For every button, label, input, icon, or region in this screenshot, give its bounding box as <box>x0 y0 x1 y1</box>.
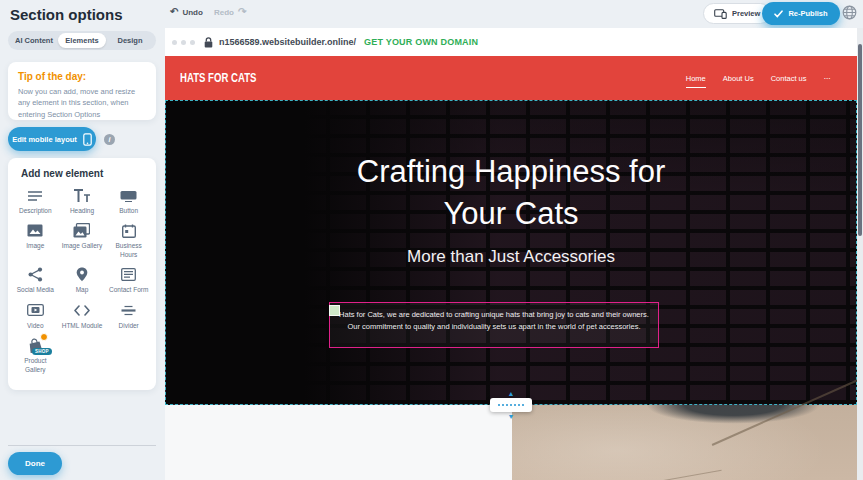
check-icon <box>774 10 783 18</box>
devices-icon <box>714 9 727 19</box>
next-section-image <box>512 405 863 480</box>
arrow-up-icon: ▲ <box>508 390 515 397</box>
arrow-down-icon: ▼ <box>508 413 515 420</box>
tab-design[interactable]: Design <box>106 33 154 48</box>
panel-tabs: AI Content Elements Design <box>8 31 156 50</box>
nav-more-icon[interactable]: ⋯ <box>824 74 832 83</box>
hero-body-textbox-selected[interactable]: Hats for Cats, we are dedicated to craft… <box>329 302 659 348</box>
site-nav: Home About Us Contact us ⋯ <box>686 56 831 100</box>
hero-subheading[interactable]: More than Just Accessories <box>311 247 711 267</box>
heading-icon <box>73 187 91 204</box>
description-icon <box>27 187 43 204</box>
floor-crack-line <box>662 470 721 480</box>
lock-icon <box>204 37 213 48</box>
element-business-hours[interactable]: Business Hours <box>105 222 152 259</box>
sidebar-divider <box>8 445 156 446</box>
image-gallery-icon <box>73 222 90 239</box>
element-video[interactable]: Video <box>12 302 59 330</box>
element-divider[interactable]: Divider <box>105 302 152 330</box>
contact-form-icon <box>121 266 136 283</box>
section-options-panel: AI Content Elements Design Tip of the da… <box>0 28 165 480</box>
element-social-media[interactable]: Social Media <box>12 266 59 294</box>
element-map[interactable]: Map <box>59 266 106 294</box>
preview-scrollbar[interactable] <box>857 28 863 480</box>
browser-chrome-bar: n1566589.websitebuilder.online/ GET YOUR… <box>165 28 863 56</box>
site-preview-area: n1566589.websitebuilder.online/ GET YOUR… <box>165 28 863 480</box>
drag-grip <box>498 404 524 406</box>
tab-elements[interactable]: Elements <box>58 33 106 48</box>
tip-title: Tip of the day: <box>18 71 146 82</box>
product-gallery-icon: SHOP <box>28 337 43 354</box>
element-contact-form[interactable]: Contact Form <box>105 266 152 294</box>
element-description[interactable]: Description <box>12 187 59 215</box>
window-dot <box>190 40 195 45</box>
element-html-module[interactable]: HTML Module <box>59 302 106 330</box>
undo-button[interactable]: ↶ Undo <box>170 7 203 17</box>
info-icon[interactable]: i <box>104 134 115 145</box>
nav-about-us[interactable]: About Us <box>723 74 754 83</box>
element-button[interactable]: Button <box>105 187 152 215</box>
button-icon <box>120 187 137 204</box>
get-domain-link[interactable]: GET YOUR OWN DOMAIN <box>364 37 478 47</box>
window-dot <box>172 40 177 45</box>
image-icon <box>27 222 43 239</box>
redo-icon: ↷ <box>238 7 246 17</box>
tip-body: Now you can add, move and resize any ele… <box>18 86 146 120</box>
element-grid: Description Heading Bu <box>12 187 152 374</box>
redo-button[interactable]: Redo ↷ <box>214 7 246 17</box>
selection-corner-handle[interactable] <box>329 305 340 316</box>
add-element-title: Add new element <box>21 168 152 179</box>
undo-icon: ↶ <box>170 7 178 17</box>
html-code-icon <box>74 302 90 319</box>
window-dot <box>181 40 186 45</box>
tab-ai-content[interactable]: AI Content <box>10 33 58 48</box>
element-image-gallery[interactable]: Image Gallery <box>59 222 106 259</box>
business-hours-icon <box>122 222 136 239</box>
globe-icon <box>842 5 857 20</box>
element-product-gallery[interactable]: SHOP Product Gallery <box>12 337 59 374</box>
divider-icon <box>121 302 136 319</box>
element-heading[interactable]: Heading <box>59 187 106 215</box>
republish-button[interactable]: Re-Publish <box>762 2 840 25</box>
site-header: HATS FOR CATS Home About Us Contact us ⋯ <box>165 56 863 100</box>
mobile-phone-icon <box>83 133 92 146</box>
site-url: n1566589.websitebuilder.online/ <box>219 37 356 47</box>
video-icon <box>27 302 44 319</box>
nav-contact-us[interactable]: Contact us <box>771 74 807 83</box>
shop-badge: SHOP <box>32 348 52 355</box>
edit-mobile-layout-button[interactable]: Edit mobile layout <box>8 127 96 151</box>
notification-badge <box>40 333 48 341</box>
hero-heading[interactable]: Crafting Happiness for Your Cats <box>324 151 699 235</box>
site-logo[interactable]: HATS FOR CATS <box>180 71 256 85</box>
page-title: Section options <box>10 6 123 23</box>
top-toolbar: Section options ↶ Undo Redo ↷ Preview Re… <box>0 0 863 28</box>
social-media-icon <box>28 266 43 283</box>
element-image[interactable]: Image <box>12 222 59 259</box>
language-globe-button[interactable] <box>842 5 857 20</box>
add-element-card: Add new element Description Heading <box>8 158 156 390</box>
map-pin-icon <box>76 266 88 283</box>
hero-section[interactable]: Crafting Happiness for Your Cats More th… <box>165 100 857 405</box>
section-resize-handle[interactable]: ▲ ▼ <box>490 398 532 412</box>
scrollbar-thumb[interactable] <box>858 44 862 236</box>
tip-of-the-day-card: Tip of the day: Now you can add, move an… <box>8 62 156 120</box>
nav-home[interactable]: Home <box>686 74 706 88</box>
done-button[interactable]: Done <box>8 452 62 475</box>
